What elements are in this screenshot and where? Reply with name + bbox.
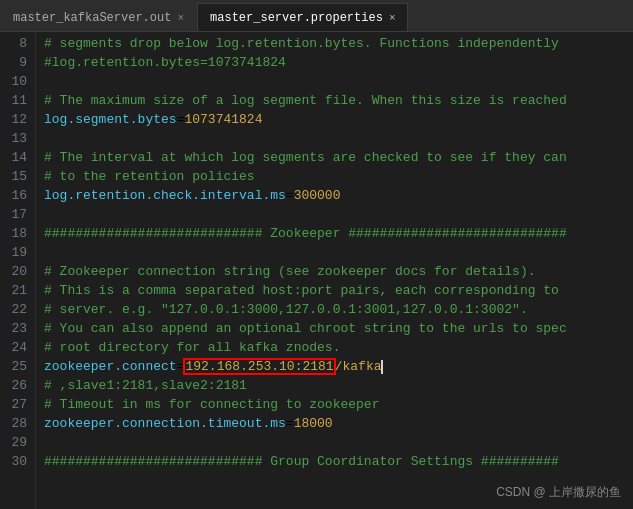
code-line-23: # You can also append an optional chroot… (44, 319, 633, 338)
code-line-8: # segments drop below log.retention.byte… (44, 34, 633, 53)
close-tab-kafkaserver-icon[interactable]: × (177, 12, 184, 24)
tab-serverproperties[interactable]: master_server.properties × (197, 3, 408, 31)
code-line-15: # to the retention policies (44, 167, 633, 186)
code-line-28: zookeeper.connection.timeout.ms=18000 (44, 414, 633, 433)
code-line-19 (44, 243, 633, 262)
code-line-27: # Timeout in ms for connecting to zookee… (44, 395, 633, 414)
code-line-24: # root directory for all kafka znodes. (44, 338, 633, 357)
line-numbers: 8 9 10 11 12 13 14 15 16 17 18 19 20 21 … (0, 32, 36, 509)
code-line-18: ############################ Zookeeper #… (44, 224, 633, 243)
tab-kafkaserver[interactable]: master_kafkaServer.out × (0, 3, 197, 31)
tab-bar: master_kafkaServer.out × master_server.p… (0, 0, 633, 32)
code-line-30: ############################ Group Coord… (44, 452, 633, 471)
close-tab-serverproperties-icon[interactable]: × (389, 12, 396, 24)
code-line-17 (44, 205, 633, 224)
code-line-14: # The interval at which log segments are… (44, 148, 633, 167)
tab-serverproperties-label: master_server.properties (210, 11, 383, 25)
code-line-12: log.segment.bytes=1073741824 (44, 110, 633, 129)
code-line-10 (44, 72, 633, 91)
code-line-13 (44, 129, 633, 148)
code-line-25: zookeeper.connect=192.168.253.10:2181/ka… (44, 357, 633, 376)
tab-kafkaserver-label: master_kafkaServer.out (13, 11, 171, 25)
code-line-26: # ,slave1:2181,slave2:2181 (44, 376, 633, 395)
editor: 8 9 10 11 12 13 14 15 16 17 18 19 20 21 … (0, 32, 633, 509)
code-line-16: log.retention.check.interval.ms=300000 (44, 186, 633, 205)
code-line-11: # The maximum size of a log segment file… (44, 91, 633, 110)
code-line-21: # This is a comma separated host:port pa… (44, 281, 633, 300)
watermark: CSDN @ 上岸撒尿的鱼 (496, 484, 621, 501)
code-content[interactable]: # segments drop below log.retention.byte… (36, 32, 633, 509)
code-line-20: # Zookeeper connection string (see zooke… (44, 262, 633, 281)
code-line-29 (44, 433, 633, 452)
code-line-22: # server. e.g. "127.0.0.1:3000,127.0.0.1… (44, 300, 633, 319)
code-line-9: #log.retention.bytes=1073741824 (44, 53, 633, 72)
